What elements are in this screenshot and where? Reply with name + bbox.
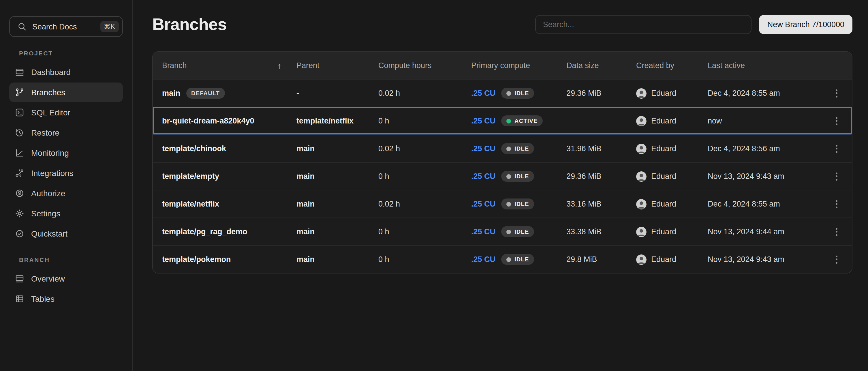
data-size-cell: 33.38 MiB bbox=[566, 227, 636, 236]
row-menu-button[interactable] bbox=[832, 141, 841, 156]
sidebar-item-monitoring[interactable]: Monitoring bbox=[9, 143, 123, 163]
search-docs-label: Search Docs bbox=[32, 22, 95, 31]
compute-units-link[interactable]: .25 CU bbox=[471, 117, 495, 125]
status-badge: IDLE bbox=[501, 226, 534, 237]
parent-cell: main bbox=[297, 172, 378, 181]
compute-units-link[interactable]: .25 CU bbox=[471, 144, 495, 153]
table-row[interactable]: template/pg_rag_demomain0 h.25 CUIDLE33.… bbox=[153, 218, 852, 245]
branch-name: template/netflix bbox=[162, 199, 219, 208]
tables-icon bbox=[14, 294, 25, 304]
sort-arrow-icon[interactable]: ↑ bbox=[277, 61, 281, 70]
column-header-parent: Parent bbox=[297, 61, 378, 70]
compute-hours-cell: 0 h bbox=[378, 172, 471, 181]
settings-icon bbox=[14, 208, 25, 219]
created-by-cell: Eduard bbox=[636, 199, 708, 209]
authorize-icon bbox=[14, 188, 25, 198]
avatar bbox=[636, 171, 647, 182]
column-header-branch[interactable]: Branch↑ bbox=[153, 61, 297, 70]
page-title: Branches bbox=[152, 15, 227, 34]
parent-name: main bbox=[297, 227, 315, 236]
column-header-primary-compute: Primary compute bbox=[471, 61, 566, 70]
table-row[interactable]: template/netflixmain0.02 h.25 CUIDLE33.1… bbox=[153, 190, 852, 218]
actions-cell bbox=[826, 196, 852, 212]
sidebar-item-settings[interactable]: Settings bbox=[9, 204, 123, 223]
avatar bbox=[636, 254, 647, 265]
column-header-data-size: Data size bbox=[566, 61, 636, 70]
sidebar-item-label: Branches bbox=[31, 88, 65, 97]
row-menu-button[interactable] bbox=[832, 86, 841, 101]
branch-cell: template/chinook bbox=[153, 144, 297, 153]
row-menu-button[interactable] bbox=[832, 252, 841, 267]
header-actions: New Branch 7/100000 bbox=[535, 15, 852, 34]
sidebar-item-tables[interactable]: Tables bbox=[9, 289, 123, 309]
parent-cell: - bbox=[297, 89, 378, 97]
sidebar-item-label: Quickstart bbox=[31, 229, 67, 238]
primary-compute-cell: .25 CUIDLE bbox=[471, 198, 566, 210]
actions-cell bbox=[826, 169, 852, 184]
sidebar-item-sql-editor[interactable]: SQL Editor bbox=[9, 103, 123, 122]
sidebar-item-overview[interactable]: Overview bbox=[9, 269, 123, 288]
branch-cell: template/empty bbox=[153, 172, 297, 181]
primary-compute-cell: .25 CUIDLE bbox=[471, 143, 566, 154]
row-menu-button[interactable] bbox=[832, 169, 841, 184]
branches-table: Branch↑ParentCompute hoursPrimary comput… bbox=[152, 51, 852, 274]
creator-name: Eduard bbox=[651, 172, 676, 181]
primary-compute-cell: .25 CUACTIVE bbox=[471, 115, 566, 126]
sidebar-item-label: Settings bbox=[31, 209, 60, 218]
new-branch-button[interactable]: New Branch 7/100000 bbox=[759, 15, 852, 34]
sidebar-nav: PROJECTDashboardBranchesSQL EditorRestor… bbox=[9, 50, 123, 309]
status-dot-icon bbox=[506, 257, 511, 262]
actions-cell bbox=[826, 224, 852, 239]
sidebar-item-integrations[interactable]: Integrations bbox=[9, 163, 123, 183]
actions-cell bbox=[826, 141, 852, 156]
created-by-cell: Eduard bbox=[636, 116, 708, 126]
section-label: BRANCH bbox=[19, 256, 123, 263]
created-by-cell: Eduard bbox=[636, 254, 708, 265]
status-badge: IDLE bbox=[501, 88, 534, 99]
primary-compute-cell: .25 CUIDLE bbox=[471, 171, 566, 182]
data-size-cell: 29.8 MiB bbox=[566, 255, 636, 264]
sidebar-item-branches[interactable]: Branches bbox=[9, 83, 123, 102]
data-size-cell: 29.36 MiB bbox=[566, 89, 636, 97]
compute-units-link[interactable]: .25 CU bbox=[471, 172, 495, 181]
parent-name: main bbox=[297, 255, 315, 264]
branch-cell: template/pokemon bbox=[153, 255, 297, 264]
branch-search-input[interactable] bbox=[535, 15, 752, 34]
table-row[interactable]: template/emptymain0 h.25 CUIDLE29.36 MiB… bbox=[153, 162, 852, 190]
row-menu-button[interactable] bbox=[832, 196, 841, 212]
compute-hours-cell: 0.02 h bbox=[378, 199, 471, 208]
parent-cell: main bbox=[297, 144, 378, 153]
compute-units-link[interactable]: .25 CU bbox=[471, 89, 495, 97]
status-dot-icon bbox=[506, 146, 511, 151]
sidebar-item-dashboard[interactable]: Dashboard bbox=[9, 62, 123, 82]
table-row[interactable]: template/chinookmain0.02 h.25 CUIDLE31.9… bbox=[153, 134, 852, 162]
table-row[interactable]: template/pokemonmain0 h.25 CUIDLE29.8 Mi… bbox=[153, 245, 852, 273]
created-by-cell: Eduard bbox=[636, 144, 708, 154]
avatar bbox=[636, 116, 647, 126]
compute-units-link[interactable]: .25 CU bbox=[471, 255, 495, 264]
sidebar-item-restore[interactable]: Restore bbox=[9, 123, 123, 143]
last-active-cell: Nov 13, 2024 9:43 am bbox=[708, 172, 826, 181]
created-by-cell: Eduard bbox=[636, 226, 708, 237]
status-dot-icon bbox=[506, 202, 511, 206]
created-by-cell: Eduard bbox=[636, 88, 708, 98]
branch-cell: mainDEFAULT bbox=[153, 88, 297, 99]
sidebar-item-quickstart[interactable]: Quickstart bbox=[9, 224, 123, 244]
main-content: Branches New Branch 7/100000 Branch↑Pare… bbox=[133, 0, 868, 371]
table-row[interactable]: br-quiet-dream-a820k4y0template/netflix0… bbox=[153, 107, 852, 134]
parent-name: main bbox=[297, 144, 315, 153]
compute-units-link[interactable]: .25 CU bbox=[471, 227, 495, 236]
row-menu-button[interactable] bbox=[832, 113, 841, 128]
actions-cell bbox=[826, 252, 852, 267]
table-row[interactable]: mainDEFAULT-0.02 h.25 CUIDLE29.36 MiBEdu… bbox=[153, 79, 852, 107]
compute-hours-cell: 0 h bbox=[378, 255, 471, 264]
data-size-cell: 29.36 MiB bbox=[566, 172, 636, 181]
creator-name: Eduard bbox=[651, 89, 676, 97]
row-menu-button[interactable] bbox=[832, 224, 841, 239]
sidebar-item-authorize[interactable]: Authorize bbox=[9, 184, 123, 203]
parent-cell: main bbox=[297, 227, 378, 236]
status-badge: IDLE bbox=[501, 143, 534, 154]
compute-units-link[interactable]: .25 CU bbox=[471, 199, 495, 208]
parent-name: main bbox=[297, 199, 315, 208]
search-docs-button[interactable]: Search Docs ⌘K bbox=[9, 16, 123, 37]
